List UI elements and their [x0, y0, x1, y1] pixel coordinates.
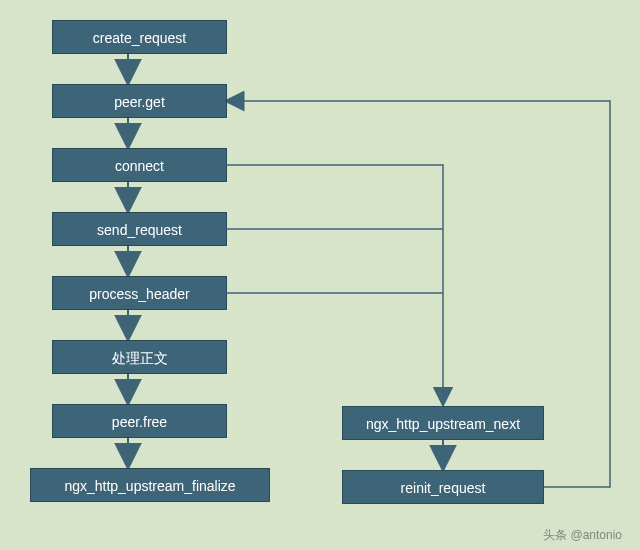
node-upstream-next: ngx_http_upstream_next — [342, 406, 544, 440]
node-finalize: ngx_http_upstream_finalize — [30, 468, 270, 502]
node-label: send_request — [97, 222, 182, 238]
diagram-stage: create_request peer.get connect send_req… — [0, 0, 640, 550]
node-peer-free: peer.free — [52, 404, 227, 438]
node-label: reinit_request — [401, 480, 486, 496]
node-label: process_header — [89, 286, 189, 302]
node-peer-get: peer.get — [52, 84, 227, 118]
node-label: connect — [115, 158, 164, 174]
node-process-header: process_header — [52, 276, 227, 310]
node-connect: connect — [52, 148, 227, 182]
node-label: peer.get — [114, 94, 165, 110]
node-create-request: create_request — [52, 20, 227, 54]
edge-connect-to-next — [227, 165, 443, 404]
node-label: create_request — [93, 30, 186, 46]
node-reinit-request: reinit_request — [342, 470, 544, 504]
node-send-request: send_request — [52, 212, 227, 246]
node-label: peer.free — [112, 414, 167, 430]
node-label: ngx_http_upstream_next — [366, 416, 520, 432]
node-process-body: 处理正文 — [52, 340, 227, 374]
node-label: 处理正文 — [112, 350, 168, 366]
footer-credit: 头条 @antonio — [543, 527, 622, 544]
node-label: ngx_http_upstream_finalize — [64, 478, 235, 494]
